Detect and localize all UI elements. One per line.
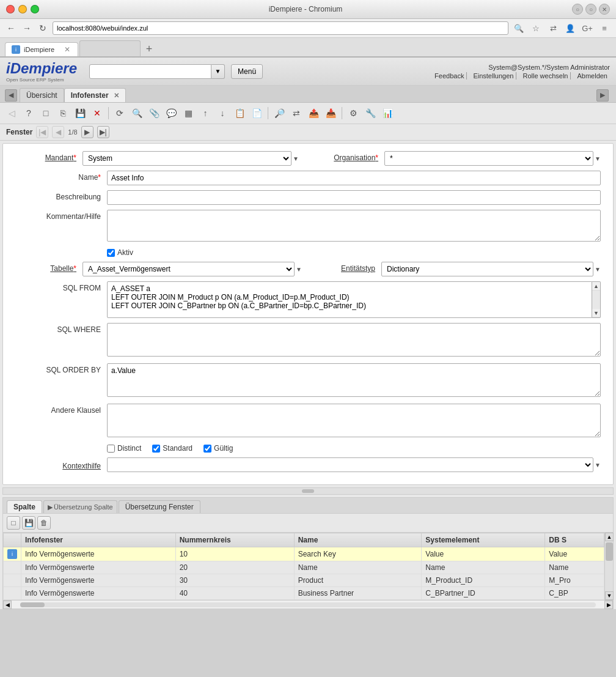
menu-button[interactable]: ≡ xyxy=(598,21,611,35)
collapse-left-button[interactable]: ◀ xyxy=(5,89,17,102)
tabelle-select[interactable]: A_Asset_Vermögenswert xyxy=(82,262,295,276)
toolbar-refresh-btn[interactable]: ⟳ xyxy=(112,105,128,121)
sql-from-textarea[interactable]: A_ASSET a LEFT OUTER JOIN M_Product p ON… xyxy=(107,281,592,318)
nav-last-btn[interactable]: ▶| xyxy=(97,126,109,138)
row-infofenster: Info Vermögenswerte xyxy=(21,574,176,587)
collapse-right-button[interactable]: ▶ xyxy=(596,89,609,102)
tabelle-label[interactable]: Tabelle* xyxy=(15,262,82,273)
gueltig-checkbox[interactable] xyxy=(204,445,211,453)
sql-where-textarea[interactable] xyxy=(107,323,601,357)
table-hscroll-thumb[interactable] xyxy=(20,602,45,607)
tab-close-button[interactable]: ✕ xyxy=(63,45,72,54)
entitaetstyp-select[interactable]: Dictionary xyxy=(381,262,593,276)
table-scroll-up[interactable]: ▲ xyxy=(605,533,614,541)
toolbar-back-btn[interactable]: ◁ xyxy=(4,105,20,121)
toolbar-attach-btn[interactable]: 📎 xyxy=(146,105,162,121)
sql-from-scroll-down[interactable]: ▼ xyxy=(592,309,600,317)
andere-textarea[interactable] xyxy=(107,404,601,437)
nav-next-btn[interactable]: ▶ xyxy=(81,126,94,138)
table-hscroll-left[interactable]: ◀ xyxy=(3,601,12,609)
toolbar-zoom-btn[interactable]: 🔎 xyxy=(271,105,287,121)
win-btn-1[interactable]: ○ xyxy=(572,4,583,15)
toolbar-settings-btn[interactable]: ⚙ xyxy=(345,105,361,121)
table-row[interactable]: i Info Vermögenswerte 10 Search Key Valu… xyxy=(4,547,604,561)
toolbar-find-btn[interactable]: 🔍 xyxy=(129,105,145,121)
bookmark-button[interactable]: ☆ xyxy=(529,21,543,35)
nav-combo-dropdown[interactable]: ▼ xyxy=(211,64,225,79)
toolbar-grid-btn[interactable]: ▦ xyxy=(180,105,196,121)
tab-ubersicht[interactable]: Übersicht xyxy=(20,88,64,102)
toolbar-delete-btn[interactable]: ✕ xyxy=(89,105,105,121)
toolbar-up-btn[interactable]: ↑ xyxy=(197,105,213,121)
win-btn-3[interactable]: ✕ xyxy=(599,4,610,15)
maximize-btn[interactable] xyxy=(31,5,39,13)
nav-combo-input[interactable] xyxy=(89,64,211,79)
translate-button[interactable]: ⇄ xyxy=(546,21,560,35)
tab-ubersetzung-fenster[interactable]: Übersetzung Fenster xyxy=(119,500,200,513)
g-button[interactable]: G+ xyxy=(581,21,594,35)
organisation-select[interactable]: * xyxy=(384,151,593,166)
name-input[interactable] xyxy=(107,171,601,185)
mandant-label[interactable]: Mandant* xyxy=(15,151,82,162)
nav-prev-btn[interactable]: ◀ xyxy=(52,126,64,138)
zoom-button[interactable]: 🔍 xyxy=(512,21,526,35)
back-button[interactable]: ← xyxy=(5,22,17,34)
menu-button[interactable]: Menü xyxy=(231,64,263,79)
toolbar-transfer-btn[interactable]: ⇄ xyxy=(288,105,304,121)
toolbar-save-btn[interactable]: 💾 xyxy=(72,105,88,121)
kommentar-textarea[interactable] xyxy=(107,210,601,242)
bottom-new-btn[interactable]: □ xyxy=(7,516,20,530)
tab-infofenster[interactable]: Infofenster ✕ xyxy=(64,88,126,102)
organisation-label[interactable]: Organisation* xyxy=(317,151,384,162)
refresh-button[interactable]: ↻ xyxy=(37,22,49,34)
distinct-checkbox[interactable] xyxy=(107,445,115,453)
toolbar-tools-btn[interactable]: 🔧 xyxy=(362,105,378,121)
table-row[interactable]: Info Vermögenswerte 40 Business Partner … xyxy=(4,587,604,600)
standard-checkbox[interactable] xyxy=(152,445,160,453)
einstellungen-link[interactable]: Einstellungen xyxy=(471,72,516,80)
feedback-link[interactable]: Feedback xyxy=(432,72,467,80)
kontexthilfe-select[interactable] xyxy=(107,457,593,472)
table-row[interactable]: Info Vermögenswerte 20 Name Name Name xyxy=(4,561,604,574)
table-scroll-down[interactable]: ▼ xyxy=(605,591,614,600)
forward-button[interactable]: → xyxy=(21,22,33,34)
toolbar-doc-btn[interactable]: 📄 xyxy=(249,105,265,121)
toolbar-chat-btn[interactable]: 💬 xyxy=(163,105,179,121)
toolbar-down-btn[interactable]: ↓ xyxy=(215,105,230,121)
toolbar-report-btn[interactable]: 📊 xyxy=(380,105,395,121)
aktiv-checkbox[interactable] xyxy=(107,249,115,257)
abmelden-link[interactable]: Abmelden xyxy=(574,72,610,80)
new-tab-button[interactable]: + xyxy=(142,42,156,56)
table-hscroll-right[interactable]: ▶ xyxy=(604,601,613,609)
tabelle-entitaet-row: Tabelle* A_Asset_Vermögenswert ▼ Entität… xyxy=(15,262,601,276)
sql-order-textarea[interactable]: a.Value xyxy=(107,363,601,397)
toolbar-copy-btn[interactable]: ⎘ xyxy=(55,105,71,121)
toolbar-import-btn[interactable]: 📥 xyxy=(323,105,339,121)
window-title: iDempiere - Chromium xyxy=(39,5,572,13)
bottom-delete-btn[interactable]: 🗑 xyxy=(37,516,51,530)
toolbar-help-btn[interactable]: ? xyxy=(21,105,37,121)
entitaetstyp-label[interactable]: Entitätstyp xyxy=(314,262,381,273)
win-btn-2[interactable]: ○ xyxy=(585,4,596,15)
close-btn[interactable] xyxy=(6,5,15,13)
bottom-save-btn[interactable]: 💾 xyxy=(22,516,35,530)
table-row[interactable]: Info Vermögenswerte 30 Product M_Product… xyxy=(4,574,604,587)
data-table-wrapper: Infofenster Nummernkreis Name Systemelem… xyxy=(3,533,604,600)
tab-spalte[interactable]: Spalte xyxy=(7,500,42,513)
beschreibung-input[interactable] xyxy=(107,190,601,205)
profile-button[interactable]: 👤 xyxy=(563,21,577,35)
mandant-select[interactable]: System xyxy=(82,151,292,166)
tab-infofenster-close[interactable]: ✕ xyxy=(114,92,119,100)
sql-from-scroll-up[interactable]: ▲ xyxy=(592,282,600,290)
table-scroll-thumb[interactable] xyxy=(606,542,613,561)
toolbar-new-btn[interactable]: □ xyxy=(38,105,54,121)
browser-tab-idempiere[interactable]: i iDempiere ✕ xyxy=(5,42,78,56)
toolbar-clipboard-btn[interactable]: 📋 xyxy=(232,105,248,121)
nav-first-btn[interactable]: |◀ xyxy=(36,126,48,138)
kontexthilfe-label[interactable]: Kontexthilfe xyxy=(15,459,107,470)
minimize-btn[interactable] xyxy=(18,5,27,13)
address-bar[interactable] xyxy=(53,21,508,35)
rolle-wechseln-link[interactable]: Rolle wechseln xyxy=(520,72,571,80)
tab-ubersetzung-spalte[interactable]: ▶ Übersetzung Spalte xyxy=(43,500,117,513)
toolbar-export-btn[interactable]: 📤 xyxy=(306,105,321,121)
